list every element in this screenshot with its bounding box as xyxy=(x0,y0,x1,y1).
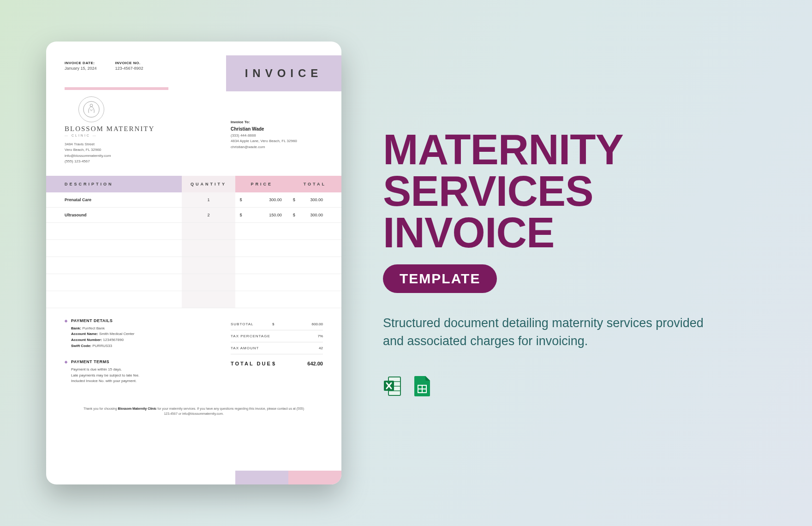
invoice-date-value: January 15, 2024 xyxy=(65,66,97,71)
file-format-icons xyxy=(383,375,734,397)
svg-point-1 xyxy=(90,104,93,107)
svg-point-0 xyxy=(84,102,99,117)
excel-icon xyxy=(383,375,402,397)
table-row: Prenatal Care 1 300.00 300.00 xyxy=(46,192,341,208)
tax-pct-row: TAX PERCENTAGE 7% xyxy=(231,330,323,342)
invoice-date-block: INVOICE DATE: January 15, 2024 xyxy=(65,61,97,71)
invoice-banner: INVOICE xyxy=(226,55,341,91)
company-block: BLOSSOM MATERNITY CLINIC 3484 Travis Str… xyxy=(65,96,212,165)
invoice-no-value: 123-4567-8902 xyxy=(115,66,143,71)
invoice-date-label: INVOICE DATE: xyxy=(65,61,97,65)
table-header: DESCRIPTION QUANTITY PRICE TOTAL xyxy=(46,176,341,192)
totals-block: SUBTOTAL 600.00 TAX PERCENTAGE 7% TAX AM… xyxy=(231,318,323,395)
invoice-preview: INVOICE DATE: January 15, 2024 INVOICE N… xyxy=(46,42,341,484)
payment-terms-title: PAYMENT TERMS xyxy=(65,359,221,364)
company-subtitle: CLINIC xyxy=(65,134,212,137)
col-quantity: QUANTITY xyxy=(182,176,235,192)
table-row: Ultrasound 2 150.00 300.00 xyxy=(46,208,341,223)
col-price: PRICE xyxy=(235,176,288,192)
google-sheets-icon xyxy=(412,375,432,397)
col-total: TOTAL xyxy=(288,176,341,192)
hero-title: MATERNITY SERVICES INVOICE xyxy=(383,129,734,253)
invoice-no-block: INVOICE NO. 123-4567-8902 xyxy=(115,61,143,71)
col-description: DESCRIPTION xyxy=(46,176,182,192)
company-address: 3484 Travis Street Vero Beach, FL 32960 … xyxy=(65,142,212,165)
bill-to-name: Christian Wade xyxy=(231,126,323,133)
table-row xyxy=(46,223,341,240)
invoice-table: DESCRIPTION QUANTITY PRICE TOTAL Prenata… xyxy=(46,176,341,308)
hero-description: Structured document detailing maternity … xyxy=(383,314,715,350)
bill-to-block: Invoice To: Christian Wade (333) 444-888… xyxy=(231,101,323,165)
table-row xyxy=(46,274,341,291)
company-logo-icon xyxy=(78,96,104,122)
hero-panel: MATERNITY SERVICES INVOICE TEMPLATE Stru… xyxy=(383,129,734,398)
table-row xyxy=(46,240,341,257)
payment-details-title: PAYMENT DETAILS xyxy=(65,318,221,323)
tax-amt-row: TAX AMOUNT 42 xyxy=(231,342,323,354)
table-row xyxy=(46,291,341,308)
footer-color-bars xyxy=(46,471,341,484)
invoice-banner-text: INVOICE xyxy=(245,67,323,80)
bill-to-label: Invoice To: xyxy=(231,120,323,125)
subtotal-row: SUBTOTAL 600.00 xyxy=(231,318,323,330)
template-pill: TEMPLATE xyxy=(383,264,497,293)
total-due-row: TOTAL DUE 642.00 xyxy=(231,357,323,370)
payment-details: PAYMENT DETAILS Bank: Purrfect Bank Acco… xyxy=(65,318,221,349)
invoice-no-label: INVOICE NO. xyxy=(115,61,143,65)
thank-you-note: Thank you for choosing Blossom Maternity… xyxy=(46,394,341,416)
company-name: BLOSSOM MATERNITY xyxy=(65,125,212,133)
payment-terms: PAYMENT TERMS Payment is due within 15 d… xyxy=(65,359,221,384)
table-row xyxy=(46,257,341,274)
